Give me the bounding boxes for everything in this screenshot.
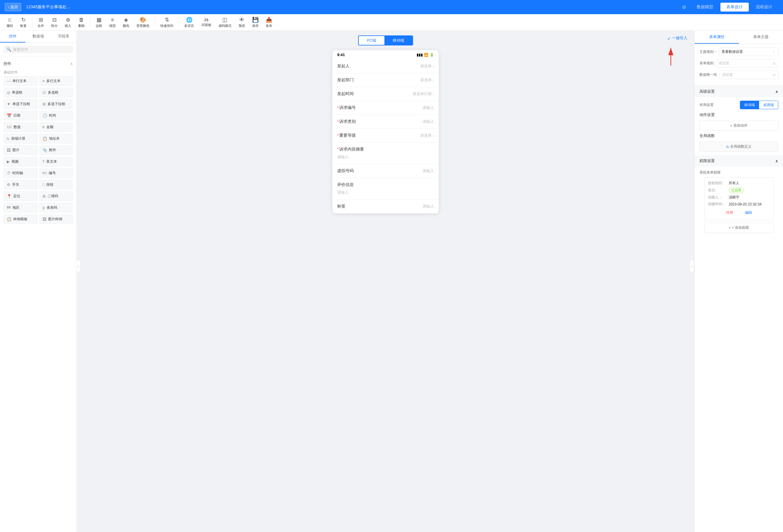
js-panel-button[interactable]: JS JS面板: [198, 17, 214, 28]
layout-mobile-btn[interactable]: 移动端: [740, 101, 759, 109]
widget-button[interactable]: □ 按钮: [39, 180, 73, 190]
left-tab-widgets[interactable]: 控件: [0, 31, 25, 42]
widget-timeline[interactable]: ⏱ 时间轴: [4, 168, 37, 178]
widget-image-sample[interactable]: 🖼 图片样例: [39, 214, 73, 224]
merge-button[interactable]: ⊞ 合并: [35, 15, 47, 29]
advanced-section-header[interactable]: 高级设置 ∧: [695, 86, 783, 97]
battery-icon: 🔋: [430, 53, 434, 57]
search-input[interactable]: [13, 47, 70, 52]
permission-chevron-icon: ∧: [775, 159, 778, 163]
mobile-view-btn[interactable]: 移动端: [384, 36, 412, 45]
widget-date[interactable]: 📅 日期: [4, 111, 37, 121]
widget-address-label: 地址本: [49, 136, 60, 141]
top-header: ‹ 返回 12345服务平台事项处... ⚙ 数据模型 表单设计 流程设计: [0, 0, 783, 14]
preview-button[interactable]: 👁 预览: [236, 15, 248, 29]
form-row-complaint-type[interactable]: * 诉求类别 请输入: [333, 115, 439, 129]
basic-section-header: 基础控件: [4, 68, 73, 76]
data-unique-input[interactable]: 请设置 ⊙: [720, 70, 778, 79]
theme-rule-settings-icon[interactable]: ⋮: [772, 50, 776, 54]
widget-address[interactable]: 📋 地址本: [39, 134, 73, 144]
save-icon: 💾: [252, 17, 259, 23]
add-action-button[interactable]: + 添加动作: [699, 121, 778, 131]
widget-image[interactable]: 🖼 图片: [4, 145, 37, 155]
collapse-right-handle[interactable]: ›: [690, 260, 694, 272]
theme-rule-help-icon[interactable]: ?: [715, 50, 717, 54]
widget-amount[interactable]: ¥ 金额: [39, 122, 73, 132]
right-tab-form-props[interactable]: 表单属性: [695, 31, 739, 44]
widget-serial-no[interactable]: NO 编号: [39, 168, 73, 178]
undo-button[interactable]: ⎌ 撤回: [4, 15, 16, 29]
color-button[interactable]: ◈ 颜色: [120, 15, 132, 29]
multilang-button[interactable]: 🌐 多语言: [181, 15, 197, 29]
widget-attachment[interactable]: 📎 附件: [39, 145, 73, 155]
preview-icon: 👁: [239, 17, 245, 23]
right-tab-form-theme[interactable]: 表单主题: [739, 31, 783, 44]
border-label: 边框: [96, 24, 102, 28]
form-row-dept[interactable]: 发起部门 请选择 ›: [333, 73, 439, 87]
widget-qrcode[interactable]: ⊞ 二维码: [39, 191, 73, 201]
delete-button[interactable]: 🗑 删除: [75, 15, 88, 29]
form-row-summary[interactable]: * 诉求内容摘要 请输入: [333, 143, 439, 164]
split-button[interactable]: ⊟ 拆分: [48, 15, 61, 29]
form-row-complaint-no[interactable]: * 诉求编号 请输入: [333, 101, 439, 115]
tab-form-design[interactable]: 表单设计: [720, 3, 749, 11]
border-button[interactable]: ▦ 边框: [93, 15, 105, 29]
layout-desktop-btn[interactable]: 桌面端: [759, 101, 778, 109]
tab-data-model[interactable]: 数据模型: [691, 3, 719, 11]
pc-view-btn[interactable]: PC端: [359, 36, 384, 45]
widget-checkbox[interactable]: ☑ 多选框: [39, 88, 73, 97]
form-row-tags[interactable]: 标签 请输入: [333, 199, 439, 214]
location-icon: 📍: [7, 194, 11, 198]
widget-frontend-calc[interactable]: fx 前端计算: [4, 134, 37, 144]
form-row-initiator[interactable]: 发起人 请选择 ›: [333, 59, 439, 73]
widget-barcode[interactable]: ||| 条形码: [39, 203, 73, 213]
widget-number[interactable]: 123 数值: [4, 122, 37, 132]
widget-single-select[interactable]: ▼ 单选下拉框: [4, 99, 37, 109]
tab-flow-design[interactable]: 流程设计: [750, 3, 778, 11]
form-rule-settings-icon[interactable]: ⊙: [773, 61, 776, 66]
widget-video[interactable]: ▶ 视频: [4, 157, 37, 166]
merge-icon: ⊞: [39, 17, 43, 23]
left-tab-data[interactable]: 数据项: [25, 31, 51, 42]
save-button[interactable]: 💾 保存: [249, 15, 261, 29]
widget-single-text[interactable]: — 单行文本: [4, 76, 37, 86]
left-tab-fields[interactable]: 字段库: [51, 31, 76, 42]
theme-rule-value[interactable]: 查看数据设置 ⋮: [719, 48, 778, 56]
perm-auth-group-row: 授权组织: 所有人: [708, 181, 770, 186]
widget-richtext[interactable]: T 富文本: [39, 157, 73, 166]
widget-sample-template[interactable]: 📋 样例模板: [4, 214, 37, 224]
widget-location[interactable]: 📍 定位: [4, 191, 37, 201]
source-button[interactable]: ◫ 源码模式: [216, 15, 234, 29]
widget-time[interactable]: 🕐 时间: [39, 111, 73, 121]
insert-button[interactable]: ⊕ 插入: [62, 15, 74, 29]
widget-switch[interactable]: ⚙ 开关: [4, 180, 37, 190]
bg-color-button[interactable]: 🎨 背景颜色: [133, 15, 152, 29]
quick-sort-button[interactable]: ⇅ 快速排列: [157, 15, 176, 29]
back-button[interactable]: ‹ 返回: [5, 3, 21, 11]
form-row-time[interactable]: 发起时间 请选择日期 ›: [333, 87, 439, 101]
data-unique-settings-icon[interactable]: ⊙: [773, 73, 776, 77]
form-rule-input[interactable]: 请设置 ⊙: [716, 59, 778, 68]
widget-image-sample-label: 图片样例: [48, 217, 62, 222]
form-row-feedback[interactable]: 评价信息 请输入: [333, 178, 439, 199]
global-func-button[interactable]: fx 全局函数定义: [699, 142, 778, 152]
widgets-section-header[interactable]: 控件 ∧: [4, 59, 73, 68]
form-row-virtual-no[interactable]: 虚拟号码 请输入: [333, 164, 439, 178]
form-row-priority[interactable]: * 重要等级 请选择 ›: [333, 129, 439, 143]
add-permission-button[interactable]: + + 添加权限: [704, 223, 774, 233]
line-button[interactable]: ≡ 线型: [106, 15, 119, 29]
edit-button[interactable]: 编辑: [745, 210, 752, 215]
permission-section-header[interactable]: 权限设置 ∧: [695, 155, 783, 166]
collapse-left-handle[interactable]: ‹: [77, 260, 80, 272]
widget-multi-select[interactable]: ⊞ 多选下拉框: [39, 99, 73, 109]
publish-button[interactable]: 📤 发布: [263, 15, 275, 29]
widget-switch-label: 开关: [12, 182, 19, 187]
redo-button[interactable]: ↻ 恢复: [17, 15, 30, 29]
widget-multi-text[interactable]: ≡ 多行文本: [39, 76, 73, 86]
widget-region[interactable]: 🗺 地区: [4, 203, 37, 213]
import-button[interactable]: ↙ 一键导入: [667, 35, 687, 41]
widget-radio[interactable]: ◎ 单选框: [4, 88, 37, 97]
perm-actions: 停用 编辑: [708, 209, 770, 217]
settings-icon[interactable]: ⚙: [682, 4, 686, 10]
stop-button[interactable]: 停用: [726, 210, 733, 215]
